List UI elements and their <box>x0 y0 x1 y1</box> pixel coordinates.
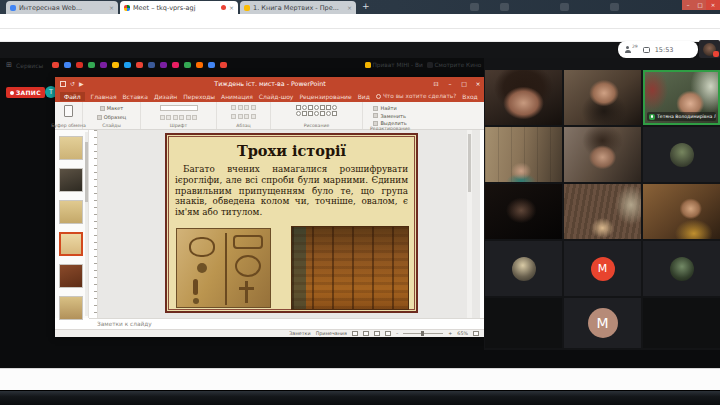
window-maximize-button[interactable]: □ <box>694 0 706 10</box>
participant-video-avatar[interactable]: M <box>564 241 641 296</box>
ribbon-tab-insert[interactable]: Вставка <box>123 93 148 100</box>
shape-icon[interactable] <box>332 105 337 110</box>
align-left-button[interactable] <box>231 114 236 119</box>
bookmark-icon[interactable] <box>136 62 143 69</box>
paste-icon[interactable] <box>64 105 73 117</box>
bookmark-icon[interactable] <box>88 62 95 69</box>
bold-button[interactable] <box>160 115 165 120</box>
ppt-minimize-button[interactable]: – <box>443 77 457 90</box>
slideshow-icon[interactable]: ▶ <box>79 80 84 87</box>
shape-icon[interactable] <box>296 111 301 116</box>
tab2-close-icon[interactable]: × <box>229 4 234 11</box>
bookmark-icon[interactable] <box>148 62 155 69</box>
slide-thumbnail-5[interactable] <box>59 264 83 288</box>
shape-icon[interactable] <box>326 105 331 110</box>
participant-video[interactable] <box>643 184 720 239</box>
ppt-close-button[interactable]: × <box>471 77 485 90</box>
strike-button[interactable] <box>186 115 191 120</box>
ribbon-tab-review[interactable]: Рецензирование <box>299 93 351 100</box>
font-name-combobox[interactable] <box>160 105 198 111</box>
participant-video-avatar[interactable] <box>643 241 720 296</box>
bookmark-icon[interactable] <box>220 62 227 69</box>
slide-thumbnail-4-selected[interactable] <box>59 232 83 256</box>
participant-video-active-speaker[interactable]: Тетяна Володимирівна Ловейк... <box>643 70 720 125</box>
shape-icon[interactable] <box>308 105 313 110</box>
normal-view-icon[interactable] <box>352 331 358 336</box>
undo-icon[interactable]: ↺ <box>70 80 75 87</box>
shape-icon[interactable] <box>320 111 325 116</box>
shapes-gallery[interactable] <box>296 105 337 116</box>
browser-tab-2-active[interactable]: Meet – tkq-vprs-agj × <box>120 1 238 14</box>
numbering-button[interactable] <box>238 105 243 110</box>
sorter-view-icon[interactable] <box>363 331 369 336</box>
ribbon-tab-transitions[interactable]: Переходы <box>183 93 215 100</box>
bookmark-icon[interactable] <box>52 62 59 69</box>
shape-icon[interactable] <box>296 105 301 110</box>
underline-button[interactable] <box>173 115 178 120</box>
bookmark-icon[interactable] <box>76 62 83 69</box>
bookmark-icon[interactable] <box>124 62 131 69</box>
slide-thumbnail-6[interactable] <box>59 296 83 320</box>
new-tab-button[interactable]: + <box>362 0 370 12</box>
shadow-button[interactable] <box>179 115 184 120</box>
sign-in-link[interactable]: Вход <box>462 93 478 100</box>
bookmark-icon[interactable] <box>160 62 167 69</box>
zoom-out-icon[interactable]: – <box>396 331 398 336</box>
ribbon-tab-design[interactable]: Дизайн <box>154 93 177 100</box>
bookmark-icon[interactable] <box>208 62 215 69</box>
shape-icon[interactable] <box>302 111 307 116</box>
ribbon-tab-home[interactable]: Главная <box>91 93 117 100</box>
slide-thumbnail-2[interactable] <box>59 168 83 192</box>
align-button[interactable] <box>251 105 256 110</box>
shape-icon[interactable] <box>314 105 319 110</box>
browser-tab-1[interactable]: Интересная Web... × <box>6 1 118 14</box>
participant-video-avatar[interactable]: M <box>564 298 641 348</box>
tell-me-box[interactable]: Что вы хотите сделать? <box>376 93 456 99</box>
status-notes-button[interactable]: Заметки <box>289 331 310 336</box>
bookmark-icon[interactable] <box>64 62 71 69</box>
align-center-button[interactable] <box>238 114 243 119</box>
bullets-button[interactable] <box>231 105 236 110</box>
bookmark-item[interactable]: Смотрите Кино и Фи... <box>427 62 483 68</box>
shape-icon[interactable] <box>326 111 331 116</box>
notes-pane[interactable]: Заметки к слайду <box>89 318 485 329</box>
ribbon-display-options-icon[interactable]: ⊡ <box>429 77 443 90</box>
canvas-scrollbar[interactable] <box>467 130 472 318</box>
slideshow-view-icon[interactable] <box>385 331 391 336</box>
participant-video[interactable] <box>564 184 641 239</box>
slide-thumbnail-3[interactable] <box>59 200 83 224</box>
ribbon-tab-file[interactable]: Файл <box>60 92 85 101</box>
layout-button[interactable]: Макет <box>100 105 123 111</box>
tab3-close-icon[interactable]: × <box>347 4 352 11</box>
bookmark-icon[interactable] <box>100 62 107 69</box>
participant-video-avatar[interactable] <box>485 241 562 296</box>
participant-video[interactable] <box>564 127 641 182</box>
slide[interactable]: Трохи історії Багато вчених намагалися р… <box>165 133 418 313</box>
window-minimize-button[interactable]: – <box>682 0 694 10</box>
ribbon-tab-animations[interactable]: Анимация <box>221 93 253 100</box>
shape-icon[interactable] <box>314 111 319 116</box>
thumbnail-scrollbar[interactable] <box>85 132 88 316</box>
bookmark-icon[interactable] <box>196 62 203 69</box>
bookmark-icon[interactable] <box>112 62 119 69</box>
zoom-in-icon[interactable]: + <box>448 331 452 336</box>
status-comments-button[interactable]: Примечания <box>316 331 347 336</box>
shape-icon[interactable] <box>320 105 325 110</box>
zoom-level[interactable]: 65% <box>457 331 468 336</box>
bookmark-icon[interactable] <box>184 62 191 69</box>
italic-button[interactable] <box>166 115 171 120</box>
participant-video[interactable] <box>485 184 562 239</box>
chat-icon[interactable] <box>643 47 650 53</box>
save-icon[interactable] <box>60 81 66 87</box>
bookmark-icon[interactable] <box>172 62 179 69</box>
ppt-maximize-button[interactable]: □ <box>457 77 471 90</box>
browser-tab-3[interactable]: 1. Книга Мертвих - Пре... × <box>240 1 356 14</box>
participant-video-avatar[interactable] <box>643 127 720 182</box>
apps-grid-icon[interactable]: ⊞ <box>6 61 12 69</box>
window-close-button[interactable]: × <box>706 0 720 10</box>
align-right-button[interactable] <box>244 114 249 119</box>
reading-view-icon[interactable] <box>374 331 380 336</box>
self-view-thumbnail[interactable] <box>699 40 720 58</box>
bookmark-item[interactable]: Приват МІНІ - Вико... <box>365 62 423 68</box>
tab1-close-icon[interactable]: × <box>109 4 114 11</box>
